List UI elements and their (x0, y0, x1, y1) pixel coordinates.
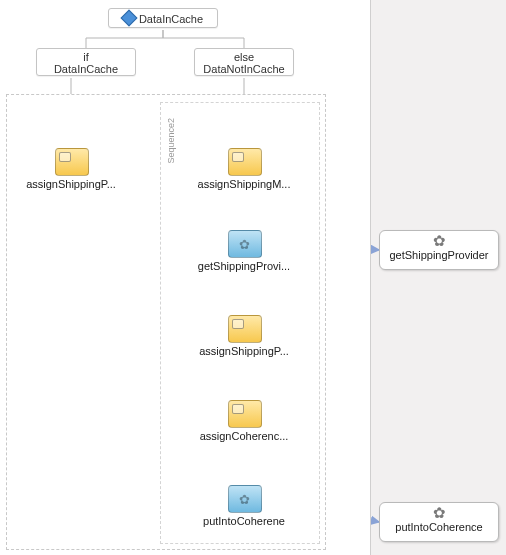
partner-getShippingProvider[interactable]: ✿ getShippingProvider (379, 230, 499, 270)
sequence-label: Sequence2 (166, 118, 176, 164)
activity-invoke-1-label: getShippingProvi... (194, 260, 294, 272)
decision-label: DataInCache (139, 13, 203, 25)
branch-else[interactable]: else DataNotInCache (194, 48, 294, 76)
assign-icon (59, 152, 71, 162)
decision-icon (120, 10, 137, 27)
activity-assign-right-3-label: assignCoherenc... (194, 430, 294, 442)
activity-invoke-2-label: putIntoCoherene (194, 515, 294, 527)
activity-assign-right-1-label: assignShippingM... (194, 178, 294, 190)
partner-panel: ✿ getShippingProvider ✿ putIntoCoherence (371, 0, 506, 555)
partner-label: getShippingProvider (380, 249, 498, 261)
gear-icon: ✿ (380, 505, 498, 520)
assign-icon (232, 404, 244, 414)
branch-if-condition: DataInCache (41, 63, 131, 75)
activity-assign-left-1-label: assignShippingP... (21, 178, 121, 190)
gear-icon: ✿ (239, 493, 250, 506)
activity-assign-right-2-label: assignShippingP... (194, 345, 294, 357)
activity-assign-right-2[interactable] (228, 315, 262, 343)
activity-assign-right-1[interactable] (228, 148, 262, 176)
activity-invoke-1[interactable]: ✿ (228, 230, 262, 258)
activity-invoke-2[interactable]: ✿ (228, 485, 262, 513)
svg-line-1 (371, 498, 379, 522)
branch-if-keyword: if (41, 51, 131, 63)
gear-icon: ✿ (239, 238, 250, 251)
partner-label: putIntoCoherence (380, 521, 498, 533)
assign-icon (232, 319, 244, 329)
partner-connectors (371, 0, 506, 555)
branch-if[interactable]: if DataInCache (36, 48, 136, 76)
decision-node[interactable]: DataInCache (108, 8, 218, 28)
assign-icon (232, 152, 244, 162)
branch-else-keyword: else (199, 51, 289, 63)
diagram-canvas: DataInCache if DataInCache else DataNotI… (0, 0, 371, 555)
partner-putIntoCoherence[interactable]: ✿ putIntoCoherence (379, 502, 499, 542)
activity-assign-right-3[interactable] (228, 400, 262, 428)
activity-assign-left-1[interactable] (55, 148, 89, 176)
gear-icon: ✿ (380, 233, 498, 248)
branch-else-condition: DataNotInCache (199, 63, 289, 75)
svg-line-0 (371, 243, 379, 250)
